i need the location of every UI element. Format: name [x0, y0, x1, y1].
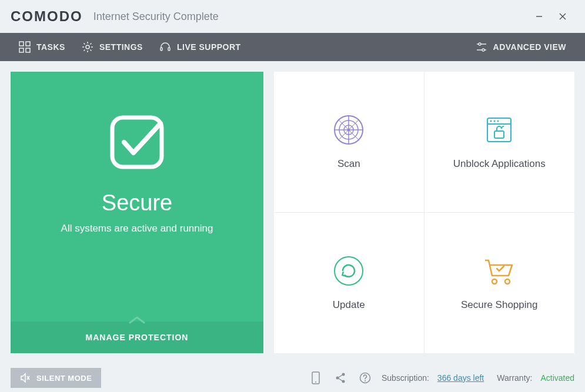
update-label: Update	[333, 299, 365, 311]
advanced-view-label: ADVANCED VIEW	[493, 42, 566, 52]
chevron-up-icon	[129, 316, 145, 326]
svg-rect-4	[26, 42, 30, 46]
svg-rect-8	[161, 48, 162, 51]
svg-line-39	[339, 375, 342, 377]
toolbar: TASKS SETTINGS LIVE SUPPORT ADVANCED VIE…	[0, 33, 585, 61]
help-icon	[359, 372, 371, 384]
svg-point-38	[342, 380, 345, 383]
secure-status-icon	[102, 107, 172, 180]
svg-point-30	[492, 279, 497, 284]
mobile-button[interactable]	[307, 370, 324, 386]
svg-point-13	[482, 49, 484, 51]
tasks-button[interactable]: TASKS	[11, 33, 73, 61]
status-panel: Secure All systems are active and runnin…	[11, 72, 263, 353]
shopping-cart-icon	[482, 254, 517, 287]
silent-mode-button[interactable]: SILENT MODE	[11, 368, 101, 388]
svg-point-22	[347, 129, 350, 132]
svg-point-26	[494, 120, 496, 122]
help-button[interactable]	[357, 370, 373, 386]
titlebar: COMODO Internet Security Complete	[0, 0, 585, 33]
live-support-button[interactable]: LIVE SUPPORT	[151, 33, 249, 61]
close-icon	[559, 12, 567, 21]
svg-point-11	[479, 43, 481, 45]
svg-rect-9	[168, 48, 170, 51]
app-subtitle: Internet Security Complete	[93, 11, 219, 23]
unblock-applications-button[interactable]: Unblock Applications	[424, 72, 575, 213]
scan-button[interactable]: Scan	[274, 72, 424, 213]
close-button[interactable]	[551, 8, 574, 25]
status-title: Secure	[102, 190, 172, 216]
settings-label: SETTINGS	[99, 42, 143, 52]
svg-rect-28	[494, 131, 504, 138]
tasks-label: TASKS	[36, 42, 65, 52]
minimize-icon	[535, 12, 543, 21]
share-button[interactable]	[332, 370, 349, 386]
warranty-label: Warranty:	[497, 373, 532, 383]
shopping-label: Secure Shopping	[461, 299, 537, 311]
update-icon	[332, 254, 365, 287]
svg-point-35	[315, 381, 316, 383]
live-support-label: LIVE SUPPORT	[177, 42, 241, 52]
svg-rect-6	[26, 48, 30, 52]
svg-rect-5	[19, 48, 24, 52]
manage-protection-button[interactable]: MANAGE PROTECTION	[11, 321, 263, 353]
app-window: COMODO Internet Security Complete TASKS …	[0, 0, 585, 392]
svg-point-37	[342, 373, 345, 376]
logo: COMODO	[11, 8, 83, 25]
share-icon	[335, 372, 346, 384]
subscription-link[interactable]: 366 days left	[437, 373, 484, 383]
mobile-icon	[311, 371, 320, 384]
mute-icon	[20, 373, 31, 383]
warranty-value: Activated	[540, 373, 574, 383]
advanced-view-button[interactable]: ADVANCED VIEW	[467, 33, 574, 61]
svg-point-27	[497, 120, 499, 122]
action-grid: Scan Unblock Applications	[274, 72, 574, 353]
unblock-label: Unblock Applications	[453, 158, 546, 170]
svg-rect-3	[19, 42, 24, 46]
gear-icon	[82, 41, 93, 53]
status-subtitle: All systems are active and running	[61, 223, 213, 234]
svg-point-36	[336, 377, 339, 380]
tasks-icon	[19, 41, 31, 53]
minimize-button[interactable]	[527, 8, 551, 25]
silent-mode-label: SILENT MODE	[36, 374, 92, 383]
update-button[interactable]: Update	[274, 213, 424, 354]
svg-point-7	[86, 45, 89, 49]
sliders-icon	[476, 41, 487, 53]
svg-point-31	[505, 279, 510, 284]
scan-label: Scan	[337, 158, 360, 170]
svg-point-29	[335, 257, 363, 285]
svg-rect-14	[112, 118, 162, 167]
secure-shopping-button[interactable]: Secure Shopping	[424, 213, 575, 354]
subscription-label: Subscription:	[382, 373, 429, 383]
settings-button[interactable]: SETTINGS	[73, 33, 151, 61]
svg-point-25	[490, 120, 492, 122]
scan-icon	[332, 113, 365, 146]
svg-point-42	[365, 380, 366, 381]
headset-icon	[159, 41, 171, 53]
manage-protection-label: MANAGE PROTECTION	[86, 333, 189, 342]
content-area: Secure All systems are active and runnin…	[0, 61, 585, 364]
svg-line-40	[339, 378, 342, 381]
footer: SILENT MODE Subscription: 366 days left …	[0, 364, 585, 392]
unblock-icon	[483, 113, 516, 146]
